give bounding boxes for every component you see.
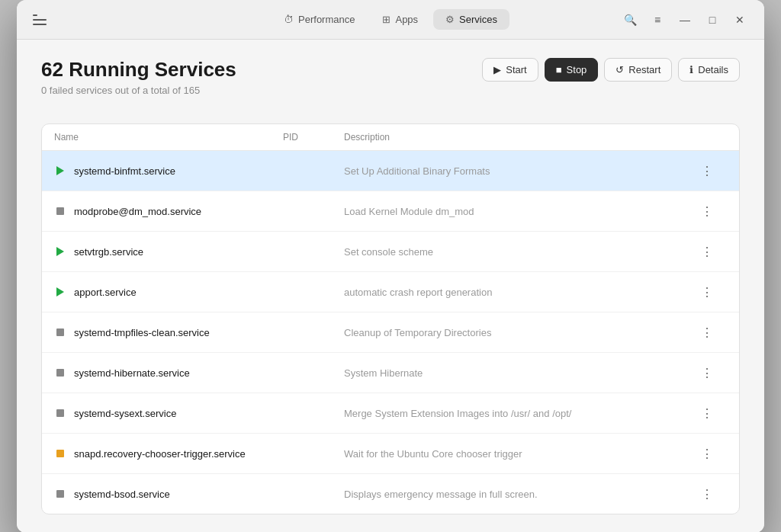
details-button[interactable]: ℹ Details xyxy=(678,58,740,82)
service-name-cell: systemd-sysext.service xyxy=(54,407,283,419)
tab-performance-label: Performance xyxy=(298,14,355,25)
table-row[interactable]: systemd-bsod.service Displays emergency … xyxy=(42,474,739,514)
tab-apps-label: Apps xyxy=(395,14,418,25)
service-description: Merge System Extension Images into /usr/… xyxy=(344,408,696,419)
service-description: automatic crash report generation xyxy=(344,287,696,298)
service-description: Set Up Additional Binary Formats xyxy=(344,165,696,177)
menu-button[interactable]: ≡ xyxy=(645,8,670,32)
service-name: systemd-hibernate.service xyxy=(74,367,190,379)
apps-icon: ⊞ xyxy=(382,14,390,25)
service-description: Wait for the Ubuntu Core chooser trigger xyxy=(344,448,696,460)
service-description: Load Kernel Module dm_mod xyxy=(344,206,696,217)
service-description: Cleanup of Temporary Directories xyxy=(344,327,696,338)
service-name: modprobe@dm_mod.service xyxy=(74,206,201,217)
service-description: System Hibernate xyxy=(344,367,696,379)
table-row[interactable]: systemd-binfmt.service Set Up Additional… xyxy=(42,151,739,191)
minimize-button[interactable]: — xyxy=(673,8,697,32)
more-button[interactable]: ⋮ xyxy=(696,160,718,181)
tab-services[interactable]: ⚙ Services xyxy=(433,9,509,30)
more-button[interactable]: ⋮ xyxy=(696,483,718,505)
stopped-icon xyxy=(54,488,66,500)
col-name: Name xyxy=(54,132,283,143)
services-table: Name PID Description systemd-binfmt.serv… xyxy=(41,123,740,514)
stopped-icon xyxy=(54,367,66,379)
maximize-button[interactable]: □ xyxy=(700,8,725,32)
running-icon xyxy=(54,286,66,298)
more-button[interactable]: ⋮ xyxy=(696,443,718,464)
table-row[interactable]: modprobe@dm_mod.service Load Kernel Modu… xyxy=(42,191,739,232)
waiting-icon xyxy=(54,447,66,460)
restart-button[interactable]: ↺ Restart xyxy=(604,58,672,82)
more-button[interactable]: ⋮ xyxy=(696,281,718,303)
service-name: systemd-tmpfiles-clean.service xyxy=(74,327,210,338)
running-icon xyxy=(54,165,66,177)
table-header: Name PID Description xyxy=(42,124,739,151)
tab-services-label: Services xyxy=(459,14,497,25)
page-title: 62 Running Services xyxy=(41,58,236,82)
main-window: ⏱ Performance ⊞ Apps ⚙ Services 🔍 ≡ — □ … xyxy=(17,0,764,532)
main-content: 62 Running Services 0 failed services ou… xyxy=(17,40,764,532)
more-button[interactable]: ⋮ xyxy=(696,362,718,383)
toolbar: ▶ Start ■ Stop ↺ Restart ℹ Details xyxy=(482,58,740,82)
service-name-cell: setvtrgb.service xyxy=(54,245,283,258)
page-subtitle: 0 failed services out of a total of 165 xyxy=(41,85,236,96)
service-description: Displays emergency message in full scree… xyxy=(344,489,696,500)
tab-performance[interactable]: ⏱ Performance xyxy=(272,9,367,30)
nav-tabs: ⏱ Performance ⊞ Apps ⚙ Services xyxy=(272,9,509,30)
table-row[interactable]: apport.service automatic crash report ge… xyxy=(42,272,739,312)
service-name: setvtrgb.service xyxy=(74,246,143,258)
table-row[interactable]: systemd-tmpfiles-clean.service Cleanup o… xyxy=(42,312,739,353)
stopped-icon xyxy=(54,407,66,419)
service-name-cell: systemd-hibernate.service xyxy=(54,367,283,379)
service-name-cell: apport.service xyxy=(54,286,283,298)
service-description: Set console scheme xyxy=(344,246,696,258)
stop-button[interactable]: ■ Stop xyxy=(545,58,599,82)
start-label: Start xyxy=(506,64,526,75)
services-icon: ⚙ xyxy=(445,14,455,25)
stopped-icon xyxy=(54,205,66,217)
titlebar: ⏱ Performance ⊞ Apps ⚙ Services 🔍 ≡ — □ … xyxy=(17,0,764,40)
page-header: 62 Running Services 0 failed services ou… xyxy=(41,58,236,96)
service-name: systemd-bsod.service xyxy=(74,489,170,500)
table-row[interactable]: snapd.recovery-chooser-trigger.service W… xyxy=(42,434,739,474)
stop-icon: ■ xyxy=(556,64,562,75)
running-icon xyxy=(54,245,66,258)
titlebar-actions: 🔍 ≡ — □ ✕ xyxy=(618,8,752,32)
service-name: systemd-binfmt.service xyxy=(74,165,175,177)
restart-icon: ↺ xyxy=(615,64,624,75)
close-button[interactable]: ✕ xyxy=(728,8,752,32)
start-icon: ▶ xyxy=(493,64,501,75)
col-actions xyxy=(696,132,727,143)
table-row[interactable]: systemd-hibernate.service System Hiberna… xyxy=(42,353,739,393)
stopped-icon xyxy=(54,326,66,338)
service-name: snapd.recovery-chooser-trigger.service xyxy=(74,448,246,460)
tab-apps[interactable]: ⊞ Apps xyxy=(370,9,430,30)
start-button[interactable]: ▶ Start xyxy=(482,58,538,82)
search-button[interactable]: 🔍 xyxy=(618,8,642,32)
more-button[interactable]: ⋮ xyxy=(696,402,718,424)
stop-label: Stop xyxy=(567,64,587,75)
details-icon: ℹ xyxy=(689,64,693,75)
service-name-cell: systemd-tmpfiles-clean.service xyxy=(54,326,283,338)
service-name-cell: systemd-binfmt.service xyxy=(54,165,283,177)
sidebar-icon xyxy=(33,14,47,25)
col-description: Description xyxy=(344,132,696,143)
restart-label: Restart xyxy=(628,64,660,75)
col-pid: PID xyxy=(283,132,344,143)
service-name-cell: snapd.recovery-chooser-trigger.service xyxy=(54,447,283,460)
more-button[interactable]: ⋮ xyxy=(696,322,718,343)
service-name: apport.service xyxy=(74,287,137,298)
service-name: systemd-sysext.service xyxy=(74,408,176,419)
table-row[interactable]: setvtrgb.service Set console scheme ⋮ xyxy=(42,232,739,272)
more-button[interactable]: ⋮ xyxy=(696,241,718,262)
more-button[interactable]: ⋮ xyxy=(696,200,718,222)
service-name-cell: systemd-bsod.service xyxy=(54,488,283,500)
sidebar-toggle-button[interactable] xyxy=(29,9,50,30)
performance-icon: ⏱ xyxy=(284,14,294,25)
details-label: Details xyxy=(698,64,728,75)
service-name-cell: modprobe@dm_mod.service xyxy=(54,205,283,217)
table-row[interactable]: systemd-sysext.service Merge System Exte… xyxy=(42,393,739,434)
